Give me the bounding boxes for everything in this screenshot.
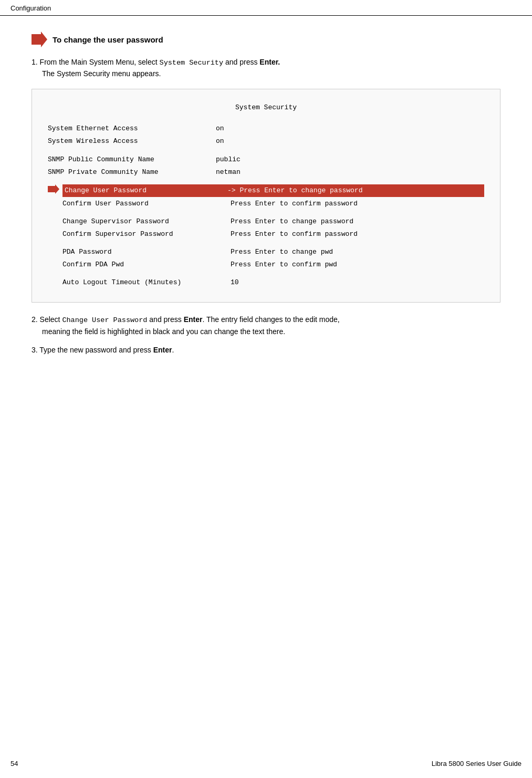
auto-logout-value: 10 [231, 277, 239, 288]
screen-row-ethernet: System Ethernet Access on [48, 123, 484, 134]
change-sup-pw-value: Press Enter to change password [231, 216, 353, 227]
confirm-pda-pw-value: Press Enter to confirm pwd [231, 259, 337, 271]
step2-code: Change User Password [62, 316, 147, 324]
auto-logout-label: Auto Logout Timeout (Minutes) [62, 277, 231, 288]
step2-line2: meaning the field is highlighted in blac… [42, 327, 285, 336]
step-3: 3. Type the new password and press Enter… [32, 345, 500, 356]
wireless-label: System Wireless Access [48, 136, 216, 147]
pda-pw-value: Press Enter to change pwd [231, 246, 333, 258]
step2-num: 2. [32, 315, 38, 324]
step3-text: Type the new password and press [39, 346, 153, 354]
ethernet-value: on [216, 123, 224, 134]
highlighted-row-content: Change User Password -> Press Enter to c… [62, 184, 484, 197]
step1-line2: The System Security menu appears. [42, 69, 161, 78]
system-security-screen: System Security System Ethernet Access o… [32, 89, 500, 303]
section-title-row: To change the user password [32, 32, 500, 47]
step2-rest: . The entry field changes to the edit mo… [202, 315, 339, 324]
snmp-private-label: SNMP Private Community Name [48, 167, 216, 178]
step1-bold: Enter. [259, 58, 280, 66]
step2-text: Select [40, 315, 62, 324]
footer-page-number: 54 [11, 760, 18, 767]
screen-row-change-sup-pw: Change Supervisor Password Press Enter t… [62, 216, 484, 227]
highlighted-row-arrow-icon [48, 184, 59, 194]
main-content: To change the user password 1. From the … [0, 16, 532, 374]
confirm-sup-pw-value: Press Enter to confirm password [231, 229, 358, 240]
page-header: Configuration [0, 0, 532, 16]
snmp-public-value: public [216, 154, 241, 165]
screen-row-confirm-user-pw: Confirm User Password Press Enter to con… [62, 198, 484, 210]
screen-row-wireless: System Wireless Access on [48, 136, 484, 147]
svg-marker-0 [32, 32, 47, 47]
screen-row-confirm-sup-pw: Confirm Supervisor Password Press Enter … [62, 229, 484, 240]
screen-row-snmp-public: SNMP Public Community Name public [48, 154, 484, 165]
step3-bold: Enter [153, 346, 172, 354]
page-footer: 54 Libra 5800 Series User Guide [11, 760, 521, 767]
confirm-pda-pw-label: Confirm PDA Pwd [62, 259, 231, 271]
step1-code: System Security [160, 59, 224, 67]
screen-row-snmp-private: SNMP Private Community Name netman [48, 167, 484, 178]
step2-bold: Enter [184, 315, 203, 324]
confirm-sup-pw-label: Confirm Supervisor Password [62, 229, 231, 240]
header-label: Configuration [11, 4, 51, 12]
pda-pw-label: PDA Password [62, 246, 231, 258]
screen-title: System Security [48, 102, 484, 113]
change-sup-pw-label: Change Supervisor Password [62, 216, 231, 227]
section-title: To change the user password [53, 35, 163, 44]
ethernet-label: System Ethernet Access [48, 123, 216, 134]
step-2: 2. Select Change User Password and press… [32, 314, 500, 337]
step2-suffix: and press [147, 315, 183, 324]
svg-rect-1 [48, 186, 55, 192]
screen-row-change-user-pw: Change User Password -> Press Enter to c… [48, 184, 484, 197]
step3-suffix: . [172, 346, 174, 354]
snmp-private-value: netman [216, 167, 241, 178]
step1-suffix: and press [223, 58, 259, 66]
step3-num: 3. [32, 346, 38, 354]
snmp-public-label: SNMP Public Community Name [48, 154, 216, 165]
change-user-pw-value: -> Press Enter to change password [227, 185, 362, 196]
screen-row-pda-pw: PDA Password Press Enter to change pwd [62, 246, 484, 258]
confirm-user-pw-value: Press Enter to confirm password [231, 198, 358, 210]
wireless-value: on [216, 136, 224, 147]
confirm-user-pw-label: Confirm User Password [62, 198, 231, 210]
step1-text: From the Main System Menu, select [40, 58, 160, 66]
step-1: 1. From the Main System Menu, select Sys… [32, 57, 500, 79]
screen-row-confirm-pda-pw: Confirm PDA Pwd Press Enter to confirm p… [62, 259, 484, 271]
svg-marker-2 [55, 184, 59, 194]
change-user-pw-label: Change User Password [65, 185, 227, 196]
screen-row-auto-logout: Auto Logout Timeout (Minutes) 10 [62, 277, 484, 288]
footer-product: Libra 5800 Series User Guide [432, 760, 521, 767]
section-arrow-icon [32, 32, 47, 47]
step1-num: 1. [32, 58, 38, 66]
